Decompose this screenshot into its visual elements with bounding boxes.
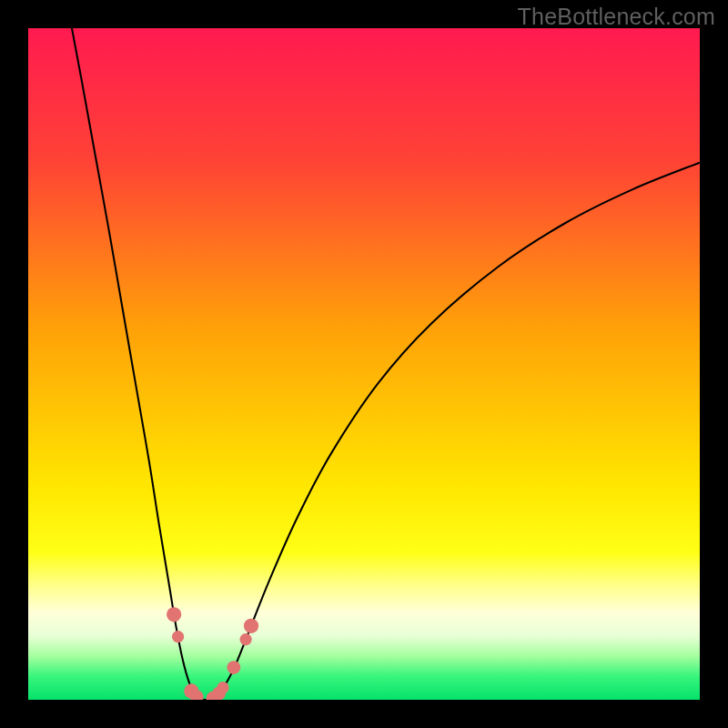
curve-layer: [28, 28, 700, 700]
curve-marker: [239, 633, 251, 645]
curve-marker: [172, 631, 184, 642]
curve-left-branch: [72, 28, 203, 700]
curve-marker: [217, 682, 228, 693]
curve-marker: [244, 619, 258, 633]
plot-area: [28, 28, 700, 700]
curve-marker: [167, 607, 181, 622]
watermark-text: TheBottleneck.com: [518, 4, 715, 30]
curve-marker: [227, 661, 240, 674]
curve-right-branch: [203, 163, 700, 700]
chart-frame: TheBottleneck.com: [0, 0, 728, 728]
